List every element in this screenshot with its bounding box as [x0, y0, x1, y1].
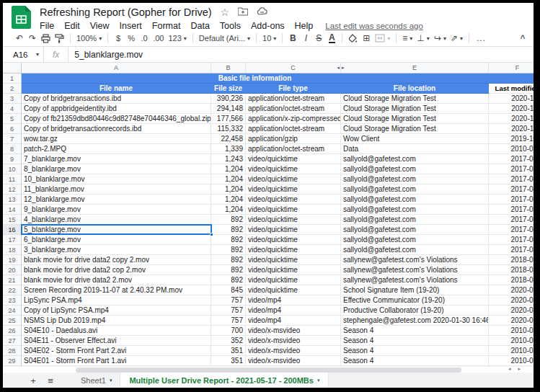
row-header-23[interactable]: 23 — [3, 295, 22, 306]
cell[interactable]: Cloud Storage Migration Test — [341, 124, 489, 134]
cell[interactable]: Season 4 — [341, 326, 489, 336]
borders-icon[interactable]: ⊞ — [360, 32, 373, 45]
cell[interactable]: video/quicktime — [246, 164, 341, 174]
cell[interactable]: 1,204 — [211, 174, 246, 184]
cell[interactable]: 9_blanklarge.mov — [22, 205, 211, 215]
cell[interactable]: Season 4 — [341, 356, 489, 366]
cell[interactable]: sallyold@gafetest.com — [341, 154, 489, 164]
row-header-1[interactable]: 1 — [3, 74, 22, 84]
cell[interactable]: 757 — [211, 295, 246, 306]
cell[interactable]: Productive Collaborator (19-20) — [341, 306, 489, 316]
number-format-button[interactable]: 123▾ — [166, 32, 188, 45]
text-color-button[interactable]: A — [329, 34, 335, 43]
cell[interactable]: Copy of LipSync PSA.mp4 — [22, 306, 211, 316]
paint-format-icon[interactable] — [53, 32, 66, 45]
hidden-column-left-arrow-icon[interactable]: ◂ — [337, 65, 340, 71]
text-rotation-icon[interactable]: ⇗▾ — [448, 32, 465, 45]
row-header-27[interactable]: 27 — [3, 336, 22, 346]
cell[interactable]: sallynew@gafetest.com's Violations — [341, 255, 489, 265]
font-select[interactable]: Default (Ari...▾ — [197, 32, 252, 45]
cell[interactable]: Copy of bridgetransactionrecords.ibd — [22, 124, 211, 134]
menu-format[interactable]: Format — [147, 21, 186, 31]
cell[interactable]: 1,204 — [211, 164, 246, 174]
cell[interactable]: 2010-03-2 — [489, 346, 534, 356]
menu-data[interactable]: Data — [185, 21, 214, 31]
cell[interactable]: video/quicktime — [246, 235, 341, 245]
cell[interactable]: video/quicktime — [246, 205, 341, 215]
row-header-22[interactable]: 22 — [3, 285, 22, 295]
cell[interactable]: sallyold@gafetest.com — [341, 195, 489, 205]
row-header-6[interactable]: 6 — [3, 124, 22, 134]
scroll-arrows-icon[interactable]: ◂ ▸ — [508, 366, 523, 372]
cell[interactable]: patch-2.MPQ — [22, 144, 211, 154]
row-header-9[interactable]: 9 — [3, 154, 22, 164]
cell[interactable]: 2010-07-2 — [489, 144, 534, 154]
cell[interactable]: application/octet-stream — [246, 124, 341, 134]
cell[interactable]: 2020-11-1 — [489, 94, 534, 104]
sheet-tab-multiple-user-drive-report-2021-05-17-20[interactable]: Multiple User Drive Report - 2021-05-17 … — [120, 373, 328, 388]
cell[interactable]: 11_blanklarge.mov — [22, 184, 211, 195]
font-size-select[interactable]: 10▾ — [260, 32, 278, 45]
format-currency-button[interactable]: $ — [112, 32, 125, 45]
cell[interactable]: 2010-03-2 — [489, 326, 534, 336]
cell[interactable]: video/quicktime — [246, 275, 341, 285]
cell[interactable]: Season 4 — [341, 336, 489, 346]
cell[interactable]: video/quicktime — [246, 184, 341, 195]
header-cell-file-type[interactable]: File type — [246, 84, 341, 94]
cell[interactable]: 2020-11-1 — [489, 124, 534, 134]
menu-tools[interactable]: Tools — [215, 21, 246, 31]
cell[interactable]: Copy of fb21359dbd80446c9d82748e70446346… — [22, 114, 211, 124]
cell[interactable]: video/quicktime — [246, 225, 341, 235]
row-header-28[interactable]: 28 — [3, 346, 22, 356]
cell[interactable]: 351 — [211, 346, 246, 356]
cell[interactable]: S04E11 - Observer Effect.avi — [22, 336, 211, 346]
row-header-26[interactable]: 26 — [3, 326, 22, 336]
cell[interactable]: video/x-msvideo — [246, 346, 341, 356]
cell[interactable]: 892 — [211, 265, 246, 275]
cell[interactable]: 7_blanklarge.mov — [22, 154, 211, 164]
row-header-14[interactable]: 14 — [3, 205, 22, 215]
cell[interactable]: 892 — [211, 225, 246, 235]
cell[interactable]: video/quicktime — [246, 265, 341, 275]
row-header-15[interactable]: 15 — [3, 215, 22, 225]
cell[interactable]: Cloud Storage Migration Test — [341, 114, 489, 124]
menu-file[interactable]: File — [40, 21, 59, 31]
cell[interactable]: 2017-04-1 — [489, 225, 534, 235]
cell[interactable]: sallyold@gafetest.com — [341, 164, 489, 174]
cell[interactable]: video/x-msvideo — [246, 336, 341, 346]
cell[interactable]: application/gzip — [246, 134, 341, 144]
menu-add-ons[interactable]: Add-ons — [246, 21, 290, 31]
more-button[interactable]: ... — [474, 32, 488, 45]
row-header-10[interactable]: 10 — [3, 164, 22, 174]
cell[interactable]: 177,566 — [211, 114, 246, 124]
cell[interactable]: application/octet-stream — [246, 94, 341, 104]
cell[interactable]: 2018-01-0 — [489, 255, 534, 265]
text-wrap-icon[interactable]: ↪▾ — [432, 32, 448, 45]
row-header-24[interactable]: 24 — [3, 306, 22, 316]
cell[interactable]: video/quicktime — [246, 215, 341, 225]
menu-edit[interactable]: Edit — [59, 21, 85, 31]
cell[interactable]: Season 4 — [341, 346, 489, 356]
row-header-17[interactable]: 17 — [3, 235, 22, 245]
cell[interactable]: blank movie for drive data2 cop 2.mov — [22, 265, 211, 275]
cell[interactable]: Data — [341, 144, 489, 154]
cell[interactable]: 352 — [211, 336, 246, 346]
column-header-E[interactable]: E▸ — [341, 63, 489, 74]
cell[interactable]: 12_blanklarge.mov — [22, 195, 211, 205]
cell[interactable]: sallyold@gafetest.com — [341, 245, 489, 255]
zoom-select[interactable]: 100%▾ — [74, 32, 104, 45]
row-header-20[interactable]: 20 — [3, 265, 22, 275]
cell[interactable]: 2010-03-2 — [489, 336, 534, 346]
format-percent-button[interactable]: % — [125, 32, 138, 45]
cell[interactable]: video/mp4 — [246, 306, 341, 316]
cell[interactable]: 2019-10-3 — [489, 134, 534, 144]
cell[interactable]: application/octet-stream — [246, 104, 341, 114]
collapse-toolbar-icon[interactable]: ^ — [516, 32, 529, 45]
row-header-29[interactable]: 29 — [3, 356, 22, 366]
cell[interactable]: Effective Communicator (19-20) — [341, 295, 489, 306]
row-header-21[interactable]: 21 — [3, 275, 22, 285]
grid-corner[interactable] — [3, 63, 22, 74]
cell[interactable]: 3_blanklarge.mov — [22, 245, 211, 255]
menu-insert[interactable]: Insert — [115, 21, 147, 31]
header-cell-last-modified[interactable]: Last modified — [489, 84, 534, 94]
